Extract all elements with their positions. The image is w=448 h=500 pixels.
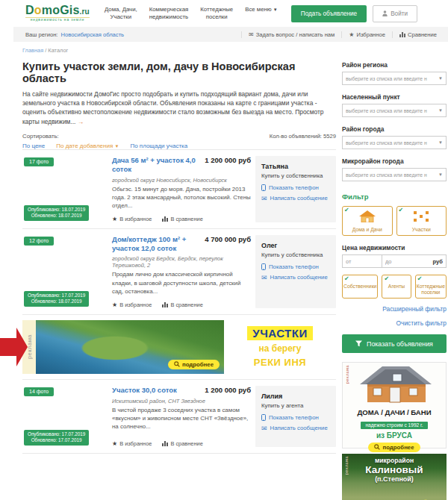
filter-tile-label: Дома и Дачи: [344, 227, 391, 233]
nav-all-menu[interactable]: Все меню ▼: [245, 6, 278, 20]
price-from-input[interactable]: [343, 258, 382, 265]
favorites-link[interactable]: ★ Избранное: [341, 31, 392, 38]
nav-cottage-villages[interactable]: Коттеджные поселки: [200, 6, 233, 20]
city-district-select[interactable]: выберите из списка или введите н▼: [342, 136, 447, 149]
filter-agents-checkbox[interactable]: ✔ Агенты: [382, 275, 411, 299]
add-to-favorites[interactable]: ★В избранное: [112, 301, 152, 308]
chevron-down-icon: ▼: [438, 172, 443, 177]
envelope-icon: ✉: [261, 274, 267, 281]
add-to-favorites[interactable]: ★В избранное: [112, 216, 152, 222]
price-unit-label: руб: [433, 258, 446, 265]
compare-action-label: В сравнение: [170, 301, 202, 308]
show-phone-link[interactable]: Показать телефон: [261, 263, 330, 270]
advanced-filter-link[interactable]: Расширенный фильтр: [342, 305, 447, 313]
add-to-compare[interactable]: В сравнение: [162, 301, 202, 308]
filter-homes-dachas-checkbox[interactable]: ✔ Дома и Дачи: [342, 206, 393, 236]
ad-more-button[interactable]: подробнее: [368, 443, 420, 452]
breadcrumb-current: Каталог: [48, 47, 68, 54]
filter-owners-checkbox[interactable]: ✔ Собственники: [342, 275, 378, 299]
settlement-select[interactable]: выберите из списка или введите н▼: [342, 104, 447, 117]
ad-more-label: подробнее: [182, 361, 214, 368]
show-phone-link[interactable]: Показать телефон: [261, 184, 330, 191]
logo-dot: o: [34, 4, 42, 16]
clear-filter-link[interactable]: Очистить фильтр: [342, 319, 447, 327]
post-ad-button[interactable]: Подать объявление: [291, 5, 367, 22]
region-district-select[interactable]: выберите из списка или введите н▼: [342, 72, 447, 85]
nav-label: поселки: [200, 13, 233, 21]
ad-banner[interactable]: реклама подробнее УЧАСТКИ на берегу РЕКИ…: [22, 314, 336, 379]
chevron-down-icon: ▼: [438, 76, 443, 81]
breadcrumb-home[interactable]: Главная: [22, 47, 43, 54]
filter-cottage-villages-checkbox[interactable]: ✔ Коттеджные поселки: [415, 275, 447, 299]
add-to-compare[interactable]: В сравнение: [162, 216, 202, 222]
sort-by-date[interactable]: По дате добавления ▼: [56, 143, 119, 149]
sidebar-ad-brus[interactable]: реклама ДОМА / ДАЧИ / БАНИ надежно строи…: [342, 362, 447, 449]
listings-count: Кол-во объявлений: 5529: [270, 133, 336, 140]
show-listings-button[interactable]: Показать объявления: [342, 334, 447, 353]
nav-commercial[interactable]: Коммерческая недвижимость: [149, 6, 189, 20]
phone-icon: [261, 263, 266, 270]
sort-by-date-label: По дате добавления: [56, 143, 113, 149]
funnel-icon: [355, 340, 362, 347]
listing-description: Обьгэс. 15 минут до моря. Дача, постройк…: [112, 185, 251, 210]
ad-more-button[interactable]: подробнее: [168, 360, 220, 369]
compare-link[interactable]: Сравнение: [392, 31, 444, 38]
add-to-favorites[interactable]: ★В избранное: [112, 440, 152, 447]
show-phone-link[interactable]: Показать телефон: [261, 414, 330, 421]
filter-region-district-label: Район региона: [342, 61, 447, 69]
listing-photo[interactable]: 12 фото Опубликовано: 17.07.2019 Обновле…: [22, 235, 105, 308]
logo-tagline: недвижимость на земле: [25, 17, 90, 22]
magnifier-icon: [374, 444, 380, 450]
microdistrict-select[interactable]: выберите из списка или введите н▼: [342, 168, 447, 181]
main-column: Главная / Каталог Купить участок земли, …: [22, 42, 336, 500]
region-link[interactable]: Новосибирская область: [60, 31, 124, 38]
add-to-compare[interactable]: В сравнение: [162, 440, 202, 447]
ad-banner-text[interactable]: УЧАСТКИ на берегу РЕКИ ИНЯ: [224, 320, 336, 374]
ad-more-label: подробнее: [382, 444, 414, 451]
listing-dates-badge: Опубликовано: 17.07.2019 Обновлено: 18.0…: [24, 291, 89, 307]
phone-icon: [261, 414, 266, 421]
compare-action-label: В сравнение: [170, 440, 202, 447]
listing-photo[interactable]: 17 фото Опубликовано: 18.07.2019 Обновле…: [22, 156, 105, 222]
show-phone-label: Показать телефон: [269, 184, 319, 191]
seller-card: Лилия Купить у агента Показать телефон ✉…: [255, 386, 336, 447]
send-message-link[interactable]: ✉Написать сообщение: [261, 274, 330, 281]
listing-title-link[interactable]: Участок 30,0 соток: [112, 386, 199, 395]
ad-banner-photo[interactable]: подробнее: [36, 320, 224, 374]
login-label: Войти: [391, 10, 408, 17]
price-to-input[interactable]: [382, 258, 421, 265]
sidebar-ad-kalinovy[interactable]: реклама микрорайон Калиновый (п.Степной)…: [342, 454, 447, 500]
price-filter-label: Цена недвижимости: [342, 244, 447, 251]
filter-tile-label: Коттеджные поселки: [417, 284, 445, 296]
listing-price: 1 200 000 руб: [205, 156, 251, 164]
star-icon: ★: [349, 31, 354, 38]
nav-label: Дома, Дачи,: [105, 6, 137, 13]
photo-count-badge: 17 фото: [24, 157, 54, 166]
listing-card: 17 фото Опубликовано: 18.07.2019 Обновле…: [22, 149, 336, 228]
sort-by-area[interactable]: По площади участка: [130, 143, 187, 149]
login-button[interactable]: Войти: [373, 5, 417, 22]
checkmark-icon: ✔: [399, 207, 404, 213]
ad-label: реклама: [26, 334, 33, 359]
breadcrumb: Главная / Каталог: [22, 47, 336, 54]
favorites-action-label: В избранное: [119, 440, 152, 447]
ad-line-1: микрорайон: [342, 457, 447, 464]
listing-description: В чистой продаже 3 соседних участка в са…: [112, 406, 251, 431]
send-message-link[interactable]: ✉Написать сообщение: [261, 195, 330, 202]
photo-count-badge: 14 фото: [24, 387, 54, 396]
ask-question-link[interactable]: ✉ Задать вопрос / написать нам: [241, 31, 341, 38]
favorites-label: Избранное: [356, 31, 385, 38]
filter-plots-checkbox[interactable]: ✔ Участки: [396, 206, 447, 236]
listing-title-link[interactable]: Дом/коттедж 100 м² + участок 12,0 соток: [112, 235, 199, 253]
listing-title-link[interactable]: Дача 56 м² + участок 4,0 соток: [112, 156, 199, 174]
nav-homes-dachas-plots[interactable]: Дома, Дачи, Участки: [105, 6, 137, 20]
send-message-link[interactable]: ✉Написать сообщение: [261, 425, 330, 432]
seller-name: Лилия: [261, 393, 330, 400]
read-more-arrow[interactable]: →: [78, 118, 84, 125]
land-plot-icon: [413, 210, 429, 222]
show-listings-label: Показать объявления: [367, 340, 433, 348]
listing-photo[interactable]: 14 фото Опубликовано: 17.07.2019 Обновле…: [22, 386, 105, 447]
page: DomoGis.ru недвижимость на земле Дома, Д…: [0, 0, 448, 500]
site-logo[interactable]: DomoGis.ru недвижимость на земле: [25, 4, 90, 22]
sort-by-price[interactable]: По цене: [22, 143, 45, 149]
